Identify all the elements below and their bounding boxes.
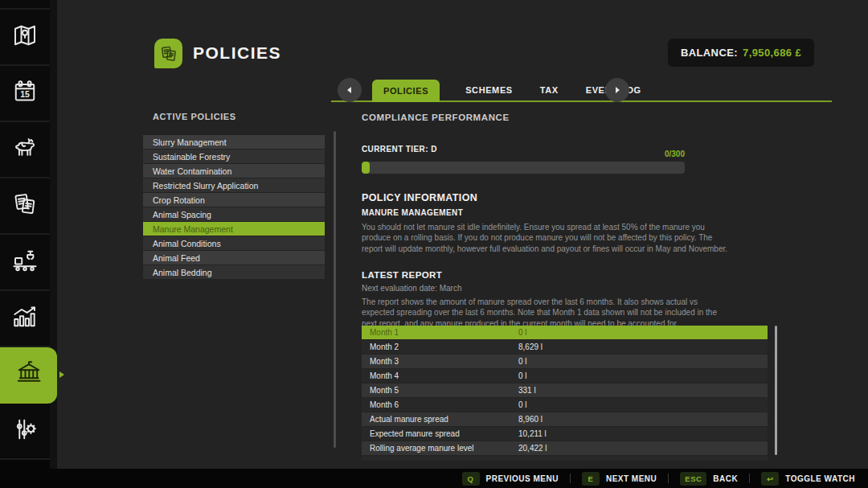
report-row[interactable]: Month 60 l <box>362 398 768 412</box>
sidebar-item-animals[interactable] <box>0 122 50 178</box>
report-row[interactable]: Month 5331 l <box>362 383 768 397</box>
report-table: Month 10 lMonth 28,629 lMonth 30 lMonth … <box>362 326 768 461</box>
policy-item[interactable]: Restricted Slurry Application <box>143 178 325 192</box>
animals-icon <box>10 133 39 166</box>
contracts-icon <box>10 190 39 222</box>
sidebar-selected-pointer <box>59 371 68 378</box>
key-badge: Q <box>462 472 480 486</box>
report-row-value: 20,422 l <box>518 444 547 453</box>
map-icon <box>10 21 39 53</box>
policy-item[interactable]: Animal Bedding <box>143 265 325 279</box>
chevron-left-icon <box>346 87 353 93</box>
settings-icon <box>10 415 39 447</box>
report-row-label: Expected manure spread <box>362 429 518 438</box>
policy-item[interactable]: Slurry Management <box>143 135 325 149</box>
sidebar-item-partial <box>0 0 50 10</box>
sidebar-item-statistics[interactable] <box>0 291 50 347</box>
statistics-icon <box>10 302 39 334</box>
previous-tab-arrow-button[interactable] <box>338 78 362 102</box>
report-row-value: 0 l <box>518 357 527 366</box>
chevron-right-icon <box>614 87 620 93</box>
report-table-scrollbar[interactable] <box>775 326 777 455</box>
shortcut-toggle-watch[interactable]: ↩TOGGLE WATCH <box>761 472 855 486</box>
balance-value: 7,950,686 £ <box>743 47 801 59</box>
sidebar-item-contracts[interactable] <box>0 178 50 235</box>
calendar-icon: 15 <box>10 77 39 109</box>
shortcut-divider <box>749 474 750 483</box>
report-row[interactable]: Month 28,629 l <box>362 340 768 354</box>
report-row-value: 8,629 l <box>518 342 542 351</box>
policy-item[interactable]: Animal Spacing <box>143 207 325 221</box>
report-row-label: Month 2 <box>362 342 518 351</box>
report-row[interactable]: Actual manure spread8,960 l <box>362 412 768 426</box>
next-tab-arrow-button[interactable] <box>605 78 629 102</box>
report-row-label: Actual manure spread <box>362 415 518 424</box>
report-row[interactable]: Expected manure spread10,211 l <box>362 427 768 441</box>
tab-schemes[interactable]: SCHEMES <box>464 85 514 95</box>
progress-value-label: 0/300 <box>362 150 685 158</box>
sidebar-item-settings[interactable] <box>0 404 50 460</box>
tab-bar: POLICIESSCHEMESTAXEVENT LOG <box>331 78 832 102</box>
policy-name: MANURE MANAGEMENT <box>362 208 463 217</box>
tab-tax[interactable]: TAX <box>538 85 560 95</box>
compliance-progress-bar <box>362 162 685 174</box>
page-title: POLICIES <box>193 43 281 63</box>
policies-screen: 15 POLICIES BALANCE: 7,950,686 £ POLICIE… <box>0 0 868 488</box>
report-row-clipped <box>362 456 768 461</box>
shortcut-next-menu[interactable]: ENEXT MENU <box>582 472 657 486</box>
compliance-progress-fill <box>362 162 370 174</box>
report-description: The report shows the amount of manure sp… <box>362 297 730 329</box>
production-icon <box>10 246 39 278</box>
policy-information-heading: POLICY INFORMATION <box>362 192 477 203</box>
shortcut-label: NEXT MENU <box>606 474 657 483</box>
balance-label: BALANCE: <box>681 47 738 59</box>
sidebar-item-calendar[interactable]: 15 <box>0 66 50 122</box>
report-row-value: 0 l <box>518 400 527 409</box>
svg-text:15: 15 <box>20 89 30 99</box>
report-row[interactable]: Month 10 l <box>362 326 768 339</box>
active-policies-list: Slurry ManagementSustainable ForestryWat… <box>143 135 325 280</box>
policies-list-scrollbar[interactable] <box>334 131 336 448</box>
report-row[interactable]: Month 30 l <box>362 355 768 368</box>
report-row-value: 10,211 l <box>518 429 547 438</box>
policy-item[interactable]: Animal Feed <box>143 251 325 265</box>
report-row-label: Rolling average manure level <box>362 444 518 453</box>
key-badge: ESC <box>680 472 706 486</box>
policy-item[interactable]: Animal Conditions <box>143 236 325 250</box>
next-evaluation-date: Next evaluation date: March <box>362 284 462 293</box>
sidebar-item-production[interactable] <box>0 235 50 291</box>
report-row-label: Month 3 <box>362 357 518 366</box>
toggle-watch-icon: ↩ <box>761 472 779 486</box>
report-row-value: 0 l <box>518 371 527 380</box>
active-policies-heading: ACTIVE POLICIES <box>153 112 236 121</box>
report-row-value: 331 l <box>518 386 536 395</box>
report-row[interactable]: Rolling average manure level20,422 l <box>362 441 768 455</box>
shortcut-bar: QPREVIOUS MENUENEXT MENUESCBACK↩TOGGLE W… <box>0 469 868 488</box>
policy-item[interactable]: Crop Rotation <box>143 193 325 207</box>
shortcut-label: PREVIOUS MENU <box>486 474 559 483</box>
balance-badge: BALANCE: 7,950,686 £ <box>668 39 814 67</box>
report-row-value: 0 l <box>518 328 527 337</box>
bank-icon <box>14 359 43 391</box>
report-row-label: Month 6 <box>362 400 518 409</box>
report-row-label: Month 5 <box>362 386 518 395</box>
policy-item[interactable]: Water Contamination <box>143 164 325 178</box>
policy-item[interactable]: Manure Management <box>143 222 325 236</box>
sidebar: 15 <box>0 0 57 488</box>
report-row[interactable]: Month 40 l <box>362 369 768 383</box>
shortcut-back[interactable]: ESCBACK <box>680 472 738 486</box>
sidebar-item-bank[interactable] <box>0 347 57 404</box>
report-row-label: Month 4 <box>362 371 518 380</box>
shortcut-divider <box>570 474 571 483</box>
policy-description: You should not let manure sit idle indef… <box>362 222 735 254</box>
key-badge: E <box>582 472 600 486</box>
policy-item[interactable]: Sustainable Forestry <box>143 150 325 163</box>
shortcut-divider <box>668 474 669 483</box>
report-row-label: Month 1 <box>362 328 518 337</box>
sidebar-item-map[interactable] <box>0 10 50 66</box>
latest-report-heading: LATEST REPORT <box>362 270 442 280</box>
policies-icon <box>154 39 182 68</box>
shortcut-label: BACK <box>713 474 738 483</box>
shortcut-previous-menu[interactable]: QPREVIOUS MENU <box>462 472 559 486</box>
tab-policies[interactable]: POLICIES <box>372 80 440 102</box>
